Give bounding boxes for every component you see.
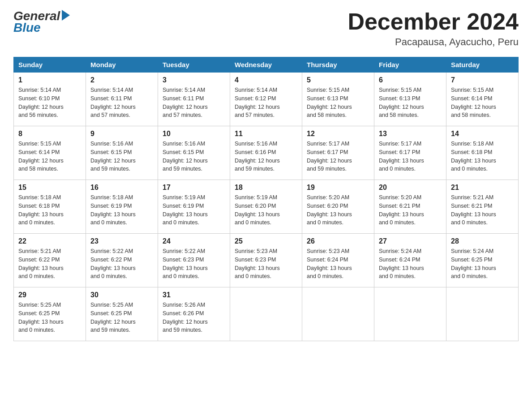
calendar-cell: 8 Sunrise: 5:15 AMSunset: 6:14 PMDayligh… [14,126,86,180]
calendar-cell: 12 Sunrise: 5:17 AMSunset: 6:17 PMDaylig… [302,126,374,180]
day-info: Sunrise: 5:24 AMSunset: 6:24 PMDaylight:… [379,247,442,281]
day-number: 27 [379,237,442,245]
day-number: 14 [451,130,514,138]
calendar-week-row: 8 Sunrise: 5:15 AMSunset: 6:14 PMDayligh… [14,126,519,180]
calendar-cell: 27 Sunrise: 5:24 AMSunset: 6:24 PMDaylig… [374,234,446,287]
calendar-cell: 22 Sunrise: 5:21 AMSunset: 6:22 PMDaylig… [14,234,86,287]
day-info: Sunrise: 5:15 AMSunset: 6:13 PMDaylight:… [307,86,369,120]
day-number: 6 [379,76,442,84]
day-info: Sunrise: 5:26 AMSunset: 6:26 PMDaylight:… [163,301,225,334]
day-info: Sunrise: 5:25 AMSunset: 6:25 PMDaylight:… [90,301,153,334]
day-number: 25 [235,237,297,245]
day-info: Sunrise: 5:15 AMSunset: 6:14 PMDaylight:… [18,140,81,173]
day-info: Sunrise: 5:18 AMSunset: 6:19 PMDaylight:… [90,193,153,227]
calendar-cell: 3 Sunrise: 5:14 AMSunset: 6:11 PMDayligh… [158,73,230,126]
day-info: Sunrise: 5:16 AMSunset: 6:15 PMDaylight:… [163,140,225,173]
calendar-table: SundayMondayTuesdayWednesdayThursdayFrid… [13,57,519,341]
day-info: Sunrise: 5:17 AMSunset: 6:17 PMDaylight:… [307,140,369,173]
day-number: 17 [163,184,225,192]
day-number: 21 [451,184,514,192]
day-number: 26 [307,237,369,245]
calendar-cell: 19 Sunrise: 5:20 AMSunset: 6:20 PMDaylig… [302,180,374,234]
calendar-header-thursday: Thursday [302,57,374,73]
day-number: 9 [90,130,153,138]
calendar-cell: 26 Sunrise: 5:23 AMSunset: 6:24 PMDaylig… [302,234,374,287]
calendar-week-row: 1 Sunrise: 5:14 AMSunset: 6:10 PMDayligh… [14,73,519,126]
calendar-cell: 31 Sunrise: 5:26 AMSunset: 6:26 PMDaylig… [158,287,230,341]
day-info: Sunrise: 5:17 AMSunset: 6:17 PMDaylight:… [379,140,442,173]
calendar-header-monday: Monday [86,57,158,73]
calendar-cell: 2 Sunrise: 5:14 AMSunset: 6:11 PMDayligh… [86,73,158,126]
calendar-cell [446,287,519,341]
day-info: Sunrise: 5:16 AMSunset: 6:16 PMDaylight:… [235,140,297,173]
location-title: Pacapausa, Ayacucho, Peru [348,36,519,48]
calendar-cell: 21 Sunrise: 5:21 AMSunset: 6:21 PMDaylig… [446,180,519,234]
day-number: 8 [18,130,81,138]
day-info: Sunrise: 5:22 AMSunset: 6:23 PMDaylight:… [163,247,225,281]
calendar-header-sunday: Sunday [14,57,86,73]
calendar-cell: 18 Sunrise: 5:19 AMSunset: 6:20 PMDaylig… [230,180,302,234]
day-info: Sunrise: 5:14 AMSunset: 6:11 PMDaylight:… [163,86,225,120]
day-number: 31 [163,291,225,299]
day-info: Sunrise: 5:21 AMSunset: 6:22 PMDaylight:… [18,247,81,281]
month-title: December 2024 [348,9,519,34]
day-number: 7 [451,76,514,84]
calendar-cell [374,287,446,341]
calendar-cell: 6 Sunrise: 5:15 AMSunset: 6:13 PMDayligh… [374,73,446,126]
day-info: Sunrise: 5:23 AMSunset: 6:23 PMDaylight:… [235,247,297,281]
day-info: Sunrise: 5:14 AMSunset: 6:11 PMDaylight:… [90,86,153,120]
day-info: Sunrise: 5:15 AMSunset: 6:13 PMDaylight:… [379,86,442,120]
day-info: Sunrise: 5:20 AMSunset: 6:21 PMDaylight:… [379,193,442,227]
day-info: Sunrise: 5:18 AMSunset: 6:18 PMDaylight:… [18,193,81,227]
day-number: 23 [90,237,153,245]
day-number: 19 [307,184,369,192]
day-info: Sunrise: 5:18 AMSunset: 6:18 PMDaylight:… [451,140,514,173]
calendar-week-row: 15 Sunrise: 5:18 AMSunset: 6:18 PMDaylig… [14,180,519,234]
calendar-header-wednesday: Wednesday [230,57,302,73]
day-info: Sunrise: 5:21 AMSunset: 6:21 PMDaylight:… [451,193,514,227]
calendar-cell: 28 Sunrise: 5:24 AMSunset: 6:25 PMDaylig… [446,234,519,287]
calendar-cell [302,287,374,341]
day-info: Sunrise: 5:19 AMSunset: 6:19 PMDaylight:… [163,193,225,227]
calendar-cell: 20 Sunrise: 5:20 AMSunset: 6:21 PMDaylig… [374,180,446,234]
day-number: 28 [451,237,514,245]
calendar-cell: 25 Sunrise: 5:23 AMSunset: 6:23 PMDaylig… [230,234,302,287]
logo: General Blue [13,9,70,35]
day-number: 24 [163,237,225,245]
day-number: 29 [18,291,81,299]
day-number: 5 [307,76,369,84]
calendar-week-row: 29 Sunrise: 5:25 AMSunset: 6:25 PMDaylig… [14,287,519,341]
day-number: 1 [18,76,81,84]
title-block: December 2024 Pacapausa, Ayacucho, Peru [348,9,519,48]
day-number: 30 [90,291,153,299]
logo-blue-text: Blue [13,21,41,35]
day-info: Sunrise: 5:24 AMSunset: 6:25 PMDaylight:… [451,247,514,281]
day-info: Sunrise: 5:20 AMSunset: 6:20 PMDaylight:… [307,193,369,227]
day-number: 22 [18,237,81,245]
day-info: Sunrise: 5:25 AMSunset: 6:25 PMDaylight:… [18,301,81,334]
calendar-header-tuesday: Tuesday [158,57,230,73]
calendar-header-row: SundayMondayTuesdayWednesdayThursdayFrid… [14,57,519,73]
day-info: Sunrise: 5:16 AMSunset: 6:15 PMDaylight:… [90,140,153,173]
calendar-cell: 17 Sunrise: 5:19 AMSunset: 6:19 PMDaylig… [158,180,230,234]
day-info: Sunrise: 5:22 AMSunset: 6:22 PMDaylight:… [90,247,153,281]
calendar-cell: 24 Sunrise: 5:22 AMSunset: 6:23 PMDaylig… [158,234,230,287]
calendar-cell: 15 Sunrise: 5:18 AMSunset: 6:18 PMDaylig… [14,180,86,234]
calendar-cell: 11 Sunrise: 5:16 AMSunset: 6:16 PMDaylig… [230,126,302,180]
calendar-cell [230,287,302,341]
day-number: 11 [235,130,297,138]
day-number: 13 [379,130,442,138]
day-number: 4 [235,76,297,84]
calendar-cell: 23 Sunrise: 5:22 AMSunset: 6:22 PMDaylig… [86,234,158,287]
day-info: Sunrise: 5:14 AMSunset: 6:10 PMDaylight:… [18,86,81,120]
calendar-cell: 13 Sunrise: 5:17 AMSunset: 6:17 PMDaylig… [374,126,446,180]
calendar-cell: 5 Sunrise: 5:15 AMSunset: 6:13 PMDayligh… [302,73,374,126]
day-number: 12 [307,130,369,138]
day-number: 15 [18,184,81,192]
logo-arrow-icon [62,10,70,21]
day-number: 3 [163,76,225,84]
calendar-cell: 29 Sunrise: 5:25 AMSunset: 6:25 PMDaylig… [14,287,86,341]
calendar-cell: 7 Sunrise: 5:15 AMSunset: 6:14 PMDayligh… [446,73,519,126]
day-number: 18 [235,184,297,192]
calendar-header-friday: Friday [374,57,446,73]
